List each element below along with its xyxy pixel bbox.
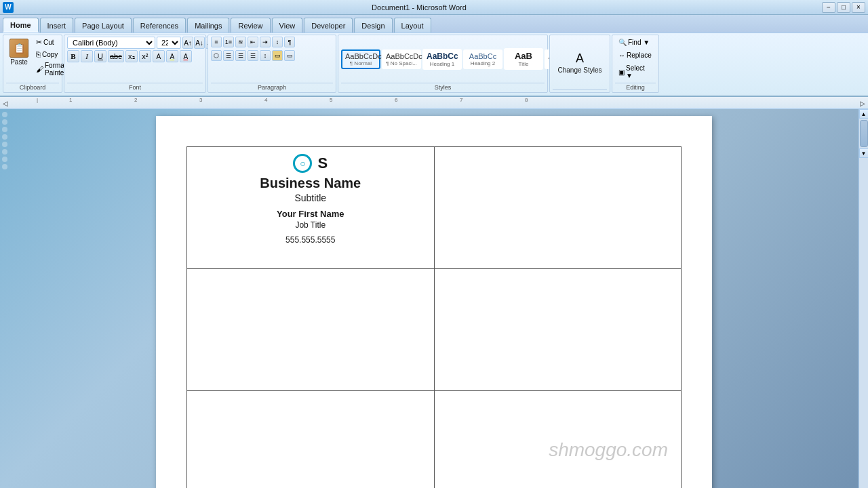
window-title: Document1 - Microsoft Word bbox=[16, 3, 822, 12]
scroll-up-button[interactable]: ▲ bbox=[859, 109, 869, 119]
increase-indent-button[interactable]: ⇥ bbox=[260, 37, 271, 47]
card-job-title[interactable]: Job Title bbox=[201, 220, 420, 230]
font-color-button[interactable]: A bbox=[180, 50, 192, 62]
card-phone[interactable]: 555.555.5555 bbox=[201, 235, 420, 245]
style-heading2[interactable]: AaBbCc Heading 2 bbox=[463, 49, 502, 69]
font-group-label: Font bbox=[67, 83, 203, 91]
styles-group-label: Styles bbox=[341, 83, 545, 91]
title-bar: W Document1 - Microsoft Word − □ × bbox=[0, 0, 868, 15]
replace-button[interactable]: ↔ Replace bbox=[615, 49, 655, 61]
text-effects-button[interactable]: A bbox=[153, 50, 165, 62]
card-table-wrapper: ○ S Business Name Subtitle Your First Na… bbox=[186, 146, 682, 474]
align-left-button[interactable]: ⬡ bbox=[211, 50, 222, 61]
shading-button[interactable]: ▭ bbox=[272, 50, 283, 61]
change-styles-button[interactable]: A Change Styles bbox=[553, 49, 606, 76]
tab-mailings[interactable]: Mailings bbox=[187, 18, 229, 33]
table-row-1: ○ S Business Name Subtitle Your First Na… bbox=[187, 147, 682, 269]
close-button[interactable]: × bbox=[852, 2, 865, 13]
copy-label: Copy bbox=[42, 51, 58, 58]
show-hide-button[interactable]: ¶ bbox=[284, 37, 295, 47]
font-family-select[interactable]: Calibri (Body) bbox=[67, 37, 155, 49]
decrease-font-button[interactable]: A↓ bbox=[194, 37, 205, 49]
tab-developer[interactable]: Developer bbox=[304, 18, 353, 33]
change-styles-label: Change Styles bbox=[557, 66, 601, 74]
window-controls: − □ × bbox=[822, 2, 865, 13]
scroll-down-button[interactable]: ▼ bbox=[859, 148, 869, 158]
line-spacing-button[interactable]: ↕ bbox=[260, 50, 271, 61]
clipboard-group: 📋 Paste ✂ Cut ⎘ Copy 🖌 Format Painter bbox=[3, 35, 62, 93]
card-top-left: ○ S Business Name Subtitle Your First Na… bbox=[187, 147, 435, 269]
align-center-button[interactable]: ☰ bbox=[223, 50, 234, 61]
card-logo: ○ S bbox=[201, 154, 420, 173]
styles-content: AaBbCcDc ¶ Normal AaBbCcDc ¶ No Spaci...… bbox=[341, 37, 545, 81]
underline-button[interactable]: U bbox=[94, 50, 106, 62]
card-bottom-right: shmoggo.com bbox=[434, 391, 682, 489]
find-button[interactable]: 🔍 Find ▼ bbox=[615, 37, 653, 48]
card-subtitle[interactable]: Subtitle bbox=[201, 192, 420, 203]
restore-button[interactable]: □ bbox=[837, 2, 850, 13]
paste-button[interactable]: 📋 Paste bbox=[6, 37, 32, 68]
select-button[interactable]: ▣ Select ▼ bbox=[615, 62, 656, 81]
superscript-button[interactable]: x² bbox=[139, 50, 151, 62]
sidebar-dot-3 bbox=[2, 127, 7, 132]
italic-button[interactable]: I bbox=[81, 50, 93, 62]
scroll-thumb[interactable] bbox=[860, 120, 868, 147]
sidebar-dot-5 bbox=[2, 142, 7, 147]
text-highlight-button[interactable]: A bbox=[166, 50, 178, 62]
sidebar-dot-8 bbox=[2, 164, 7, 169]
font-content: Calibri (Body) 22 A↑ A↓ Aa B I U abc bbox=[67, 37, 203, 81]
watermark: shmoggo.com bbox=[549, 439, 668, 461]
ruler-right-handle[interactable]: ▷ bbox=[860, 99, 865, 106]
editing-group-label: Editing bbox=[615, 83, 656, 91]
numbered-list-button[interactable]: 1≡ bbox=[223, 37, 234, 47]
business-name[interactable]: Business Name bbox=[201, 176, 420, 191]
card-first-name[interactable]: Your First Name bbox=[201, 209, 420, 219]
left-sidebar bbox=[0, 109, 9, 488]
table-row-3: shmoggo.com bbox=[187, 391, 682, 489]
font-row-2: B I U abc x₂ x² A A A bbox=[67, 50, 192, 62]
multilevel-list-button[interactable]: ≋ bbox=[235, 37, 246, 47]
card-bottom-left bbox=[187, 391, 435, 489]
paragraph-content: ≡ 1≡ ≋ ⇤ ⇥ ↕ ¶ ⬡ ☰ ☰ ☰ ↕ ▭ ▭ bbox=[211, 37, 333, 81]
style-heading1[interactable]: AaBbCc Heading 1 bbox=[422, 49, 462, 70]
tab-references[interactable]: References bbox=[133, 18, 186, 33]
find-label: Find ▼ bbox=[628, 39, 650, 46]
decrease-indent-button[interactable]: ⇤ bbox=[248, 37, 258, 47]
tab-page-layout[interactable]: Page Layout bbox=[75, 18, 132, 33]
border-button[interactable]: ▭ bbox=[284, 50, 295, 61]
style-normal[interactable]: AaBbCcDc ¶ Normal bbox=[341, 49, 380, 69]
table-row-2 bbox=[187, 269, 682, 391]
paragraph-row-1: ≡ 1≡ ≋ ⇤ ⇥ ↕ ¶ bbox=[211, 37, 295, 47]
change-styles-icon: A bbox=[576, 52, 584, 66]
font-size-select[interactable]: 22 bbox=[157, 37, 181, 49]
paragraph-row-2: ⬡ ☰ ☰ ☰ ↕ ▭ ▭ bbox=[211, 50, 295, 61]
align-right-button[interactable]: ☰ bbox=[235, 50, 246, 61]
subscript-button[interactable]: x₂ bbox=[125, 50, 138, 62]
tab-view[interactable]: View bbox=[272, 18, 303, 33]
minimize-button[interactable]: − bbox=[822, 2, 835, 13]
tab-insert[interactable]: Insert bbox=[40, 18, 74, 33]
tab-home[interactable]: Home bbox=[3, 18, 39, 33]
document-area: ○ S Business Name Subtitle Your First Na… bbox=[0, 109, 868, 488]
tab-design[interactable]: Design bbox=[354, 18, 392, 33]
font-row-1: Calibri (Body) 22 A↑ A↓ Aa bbox=[67, 37, 216, 49]
bold-button[interactable]: B bbox=[67, 50, 79, 62]
style-title[interactable]: AaB Title bbox=[504, 48, 543, 70]
tab-review[interactable]: Review bbox=[231, 18, 270, 33]
ruler: ◁ | 1 2 3 4 5 6 7 8 ▷ bbox=[0, 97, 868, 109]
sort-button[interactable]: ↕ bbox=[272, 37, 283, 47]
style-no-spacing[interactable]: AaBbCcDc ¶ No Spaci... bbox=[382, 49, 421, 69]
sidebar-dot-1 bbox=[2, 112, 7, 117]
paintbrush-icon: 🖌 bbox=[36, 65, 43, 73]
sidebar-dot-7 bbox=[2, 157, 7, 162]
card-middle-right bbox=[434, 269, 682, 391]
strikethrough-button[interactable]: abc bbox=[108, 50, 124, 62]
increase-font-button[interactable]: A↑ bbox=[182, 37, 193, 49]
clipboard-group-label: Clipboard bbox=[6, 83, 59, 91]
justify-button[interactable]: ☰ bbox=[248, 50, 258, 61]
scissors-icon: ✂ bbox=[36, 38, 42, 47]
bullet-list-button[interactable]: ≡ bbox=[211, 37, 222, 47]
editing-content: 🔍 Find ▼ ↔ Replace ▣ Select ▼ bbox=[615, 37, 656, 81]
find-icon: 🔍 bbox=[618, 39, 627, 46]
tab-layout[interactable]: Layout bbox=[394, 18, 431, 33]
